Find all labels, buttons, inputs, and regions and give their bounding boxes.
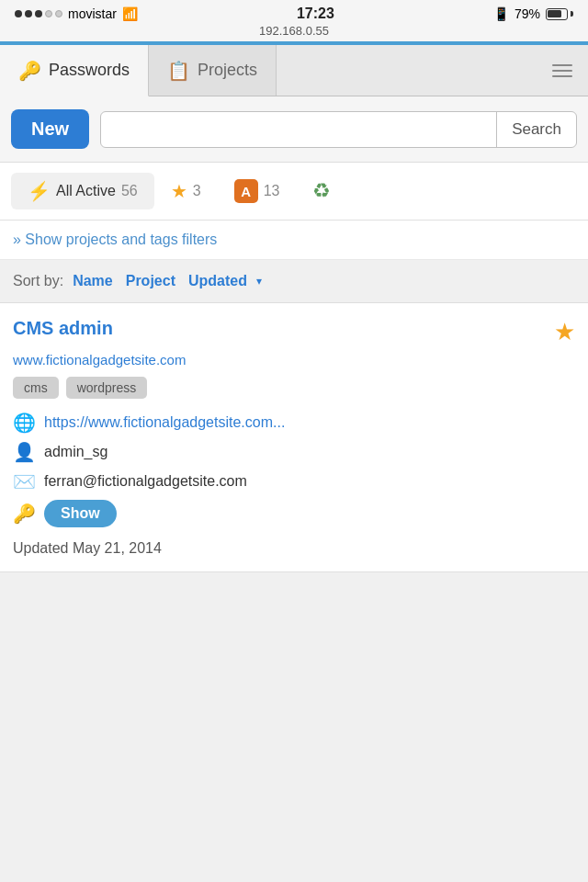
entry-email-detail: ✉️ ferran@fictionalgadgetsite.com — [13, 470, 575, 492]
globe-icon: 🌐 — [13, 412, 35, 434]
key-entry-icon: 🔑 — [13, 503, 35, 525]
entry-updated: Updated May 21, 2014 — [13, 540, 575, 557]
status-bar: movistar 📶 17:23 📱 79% 192.168.0.55 — [0, 0, 588, 41]
entry-header: CMS admin ★ — [13, 318, 575, 346]
user-icon: 👤 — [13, 441, 35, 463]
star-filter-icon: ★ — [171, 180, 187, 202]
status-time: 17:23 — [297, 6, 334, 22]
bluetooth-icon: 📱 — [493, 6, 509, 21]
lightning-icon: ⚡ — [28, 180, 51, 202]
tab-passwords-label: Passwords — [49, 61, 130, 80]
carrier-info: movistar 📶 — [15, 6, 138, 21]
entry-link-detail: 🌐 https://www.fictionalgadgetsite.com... — [13, 412, 575, 434]
show-filters-link[interactable]: » Show projects and tags filters — [0, 220, 588, 260]
search-button[interactable]: Search — [496, 112, 576, 147]
hamburger-icon — [552, 64, 572, 77]
sort-by-name[interactable]: Name — [69, 271, 117, 291]
tab-bar: 🔑 Passwords 📋 Projects — [0, 45, 588, 96]
search-input[interactable] — [101, 112, 496, 147]
tag-cms[interactable]: cms — [13, 377, 59, 399]
starred-count: 3 — [193, 183, 201, 199]
status-right: 📱 79% — [493, 6, 573, 21]
tab-passwords[interactable]: 🔑 Passwords — [0, 45, 149, 96]
filter-bar: ⚡ All Active 56 ★ 3 A 13 ♻ — [0, 163, 588, 220]
projects-icon: 📋 — [167, 60, 190, 82]
entry-url[interactable]: www.fictionalgadgetsite.com — [13, 352, 575, 368]
carrier-name: movistar — [68, 6, 117, 21]
entry-card: CMS admin ★ www.fictionalgadgetsite.com … — [0, 303, 588, 572]
entry-username-detail: 👤 admin_sg — [13, 441, 575, 463]
ip-address: 192.168.0.55 — [259, 24, 329, 38]
sort-arrow-icon: ▾ — [256, 275, 262, 288]
menu-button[interactable] — [537, 45, 588, 96]
recycle-icon: ♻ — [312, 179, 331, 203]
entry-password-detail: 🔑 Show — [13, 500, 575, 527]
show-password-button[interactable]: Show — [44, 500, 117, 527]
battery-icon — [546, 8, 573, 20]
entry-title[interactable]: CMS admin — [13, 318, 113, 339]
letter-badge: A — [234, 179, 258, 203]
key-icon: 🔑 — [18, 60, 41, 82]
all-active-count: 56 — [121, 183, 138, 199]
tag-row: cms wordpress — [13, 377, 575, 399]
entry-link[interactable]: https://www.fictionalgadgetsite.com... — [44, 414, 285, 431]
search-container: Search — [100, 111, 577, 148]
letter-count: 13 — [264, 183, 280, 199]
sort-by-updated[interactable]: Updated — [185, 271, 251, 291]
wifi-icon: 📶 — [122, 6, 138, 21]
entry-username: admin_sg — [44, 444, 107, 460]
filter-letter-a[interactable]: A 13 — [218, 172, 297, 210]
sort-by-project[interactable]: Project — [122, 271, 179, 291]
entry-star-icon[interactable]: ★ — [554, 318, 575, 346]
filter-recycle[interactable]: ♻ — [296, 172, 347, 210]
all-active-label: All Active — [56, 183, 116, 199]
email-icon: ✉️ — [13, 470, 35, 492]
tag-wordpress[interactable]: wordpress — [66, 377, 148, 399]
tab-projects-label: Projects — [198, 61, 257, 80]
sort-bar: Sort by: Name Project Updated ▾ — [0, 260, 588, 303]
signal-icon — [15, 10, 62, 17]
new-button[interactable]: New — [11, 109, 89, 149]
filter-starred[interactable]: ★ 3 — [154, 173, 218, 209]
battery-percent: 79% — [514, 6, 540, 21]
toolbar: New Search — [0, 96, 588, 163]
tab-projects[interactable]: 📋 Projects — [149, 45, 277, 96]
sort-label: Sort by: — [13, 273, 63, 289]
entry-email: ferran@fictionalgadgetsite.com — [44, 473, 247, 490]
filter-all-active[interactable]: ⚡ All Active 56 — [11, 173, 154, 209]
